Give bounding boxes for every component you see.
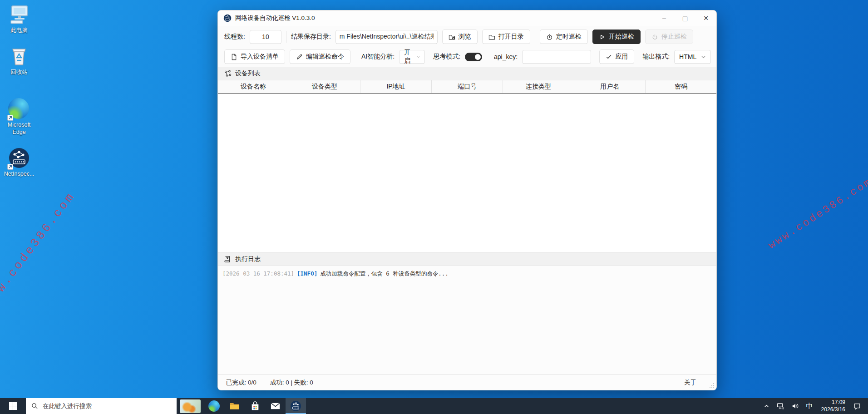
recycle-bin-icon xyxy=(8,45,30,67)
taskbar-store[interactable] xyxy=(245,398,265,414)
system-tray: 中 17:09 2026/3/16 xyxy=(761,398,868,414)
col-connection-type[interactable]: 连接类型 xyxy=(503,80,574,93)
log-section-header: 执行日志 xyxy=(218,252,716,266)
tray-clock[interactable]: 17:09 2026/3/16 xyxy=(818,399,849,413)
pencil-icon xyxy=(296,54,303,60)
window-title: 网络设备自动化巡检 V1.0.3.0 xyxy=(235,14,315,22)
status-bar: 已完成: 0/0 成功: 0 | 失败: 0 关于 xyxy=(218,375,716,390)
chevron-down-icon xyxy=(701,54,706,59)
network-nodes-icon xyxy=(224,70,232,77)
shortcut-arrow-icon xyxy=(7,164,13,170)
taskbar-file-explorer[interactable] xyxy=(224,398,245,414)
browse-button[interactable]: 浏览 xyxy=(442,30,478,44)
resize-grip[interactable] xyxy=(709,383,715,388)
volume-icon[interactable] xyxy=(789,398,802,414)
taskbar-search[interactable]: 在此键入进行搜索 xyxy=(26,398,177,414)
app-logo-icon xyxy=(223,14,232,22)
output-format-select[interactable]: HTML xyxy=(674,50,711,64)
log-level: [INFO] xyxy=(297,270,317,277)
tray-date: 2026/3/16 xyxy=(821,406,845,414)
play-icon xyxy=(599,34,606,40)
minimize-button[interactable]: – xyxy=(654,10,675,26)
windows-logo-icon xyxy=(9,402,17,410)
log-title: 执行日志 xyxy=(235,255,261,263)
stop-inspection-button[interactable]: 停止巡检 xyxy=(645,30,693,44)
tray-chevron-up-icon[interactable] xyxy=(761,398,772,414)
desktop-icon-edge[interactable]: Microsoft Edge xyxy=(2,98,36,136)
device-list-title: 设备列表 xyxy=(235,69,261,78)
col-port[interactable]: 端口号 xyxy=(432,80,503,93)
shortcut-arrow-icon xyxy=(7,115,13,121)
save-dir-input[interactable] xyxy=(335,30,438,44)
ai-analysis-label: AI智能分析: xyxy=(361,53,395,61)
output-format-label: 输出格式: xyxy=(642,53,670,61)
power-icon xyxy=(651,34,658,40)
taskbar-edge[interactable] xyxy=(204,398,224,414)
action-center-icon[interactable] xyxy=(851,398,863,414)
folder-browse-icon xyxy=(449,34,455,40)
ai-analysis-select[interactable]: 开启 xyxy=(399,50,425,64)
completed-counter: 已完成: 0/0 xyxy=(226,379,256,387)
import-device-list-button[interactable]: 导入设备清单 xyxy=(224,49,285,64)
store-icon xyxy=(250,401,260,411)
chevron-down-icon xyxy=(417,54,420,59)
maximize-button[interactable]: ▢ xyxy=(675,10,695,26)
col-ip-address[interactable]: IP地址 xyxy=(360,80,432,93)
log-timestamp: [2026-03-16 17:08:41] xyxy=(222,270,294,277)
col-username[interactable]: 用户名 xyxy=(574,80,646,93)
news-widget[interactable] xyxy=(177,398,204,414)
log-area[interactable]: [2026-03-16 17:08:41][INFO]成功加载命令配置，包含 6… xyxy=(218,266,716,375)
file-explorer-icon xyxy=(229,401,240,412)
taskbar-netinspector[interactable] xyxy=(286,398,306,414)
search-placeholder: 在此键入进行搜索 xyxy=(43,402,92,410)
divider xyxy=(535,31,535,43)
desktop-icon-recycle-bin[interactable]: 回收站 xyxy=(2,45,36,76)
tray-time: 17:09 xyxy=(821,399,845,406)
timer-icon xyxy=(546,34,553,40)
ime-indicator[interactable]: 中 xyxy=(804,398,816,414)
success-fail-counter: 成功: 0 | 失败: 0 xyxy=(270,379,313,387)
schedule-inspection-button[interactable]: 定时巡检 xyxy=(540,30,588,44)
col-password[interactable]: 密码 xyxy=(646,80,716,93)
watermark: www.code386.com xyxy=(0,189,78,310)
desktop-icon-this-pc[interactable]: 此电脑 xyxy=(2,4,36,34)
apply-button[interactable]: 应用 xyxy=(599,49,634,64)
edit-commands-button[interactable]: 编辑巡检命令 xyxy=(290,49,350,64)
device-table-header: 设备名称 设备类型 IP地址 端口号 连接类型 用户名 密码 xyxy=(218,80,716,94)
save-dir-label: 结果保存目录: xyxy=(291,33,331,41)
log-entry: [2026-03-16 17:08:41][INFO]成功加载命令配置，包含 6… xyxy=(222,270,712,278)
api-key-input[interactable] xyxy=(522,50,591,64)
think-mode-label: 思考模式: xyxy=(433,53,460,61)
toolbar-row-1: 线程数: 结果保存目录: 浏览 打开目录 xyxy=(218,26,716,47)
title-bar[interactable]: 网络设备自动化巡检 V1.0.3.0 – ▢ ✕ xyxy=(218,10,716,26)
netinspector-icon xyxy=(8,147,30,169)
thread-count-input[interactable] xyxy=(250,30,281,44)
desktop-icon-label: NetInspec... xyxy=(4,171,35,178)
col-device-name[interactable]: 设备名称 xyxy=(218,80,289,93)
think-mode-toggle[interactable] xyxy=(465,53,482,61)
widget-thumbnail xyxy=(180,399,201,413)
desktop: 此电脑 回收站 Microsoft Edge xyxy=(0,0,868,414)
desktop-icon-label: Microsoft Edge xyxy=(2,122,36,136)
desktop-icon-netinspector[interactable]: NetInspec... xyxy=(2,147,36,178)
app-window: 网络设备自动化巡检 V1.0.3.0 – ▢ ✕ 线程数: 结果保存目录: 浏览 xyxy=(217,10,717,390)
check-icon xyxy=(606,54,612,60)
taskbar-mail[interactable] xyxy=(265,398,286,414)
close-button[interactable]: ✕ xyxy=(695,10,716,26)
mail-icon xyxy=(270,401,281,411)
desktop-icon-label: 回收站 xyxy=(10,69,28,76)
device-table-body[interactable] xyxy=(218,94,716,252)
search-icon xyxy=(31,403,38,409)
network-status-icon[interactable] xyxy=(774,398,787,414)
open-dir-button[interactable]: 打开目录 xyxy=(482,30,530,44)
about-link[interactable]: 关于 xyxy=(684,379,696,387)
this-pc-icon xyxy=(8,4,30,25)
watermark: www.code386.com xyxy=(766,176,868,251)
col-device-type[interactable]: 设备类型 xyxy=(289,80,360,93)
folder-icon xyxy=(488,34,495,40)
start-inspection-button[interactable]: 开始巡检 xyxy=(592,30,641,44)
desktop-icon-label: 此电脑 xyxy=(10,27,28,34)
start-button[interactable] xyxy=(0,398,26,414)
netinspector-icon xyxy=(290,400,301,412)
api-key-label: api_key: xyxy=(494,53,518,60)
